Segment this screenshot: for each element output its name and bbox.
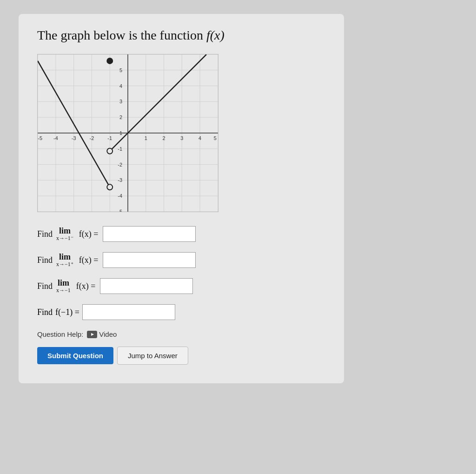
q1-answer-input[interactable]: [103, 226, 196, 242]
svg-text:5: 5: [214, 135, 217, 141]
q1-lim-word: lim: [59, 227, 71, 236]
svg-text:1: 1: [145, 135, 147, 141]
svg-text:-3: -3: [118, 177, 122, 183]
q1-limit-expr: lim x→−1⁻: [56, 227, 73, 242]
svg-text:-4: -4: [118, 193, 122, 199]
svg-text:1: 1: [119, 130, 122, 136]
video-label: Video: [99, 330, 117, 338]
graph-container: -4 -3 -2 -1 1 2 3 4 -5 5 5 4 3 2 1 -1 -2…: [37, 54, 218, 212]
q2-find: Find: [37, 255, 53, 265]
q2-lim-word: lim: [59, 253, 71, 262]
fn-eval-prefix: Find: [37, 307, 53, 317]
q3-find: Find: [37, 281, 53, 291]
question-3: Find lim x→−1 f(x) =: [37, 278, 325, 294]
q3-limit-expr: lim x→−1: [56, 279, 71, 294]
help-label: Question Help:: [37, 330, 83, 338]
svg-text:-2: -2: [90, 135, 94, 141]
q3-lim-sub: x→−1: [56, 287, 71, 294]
graph-svg: -4 -3 -2 -1 1 2 3 4 -5 5 5 4 3 2 1 -1 -2…: [38, 54, 218, 212]
svg-text:-4: -4: [53, 135, 58, 141]
question-2: Find lim x→−1⁺ f(x) =: [37, 252, 325, 268]
svg-text:2: 2: [119, 114, 122, 120]
svg-text:3: 3: [180, 135, 183, 141]
svg-point-47: [107, 184, 112, 190]
fn-eval-input[interactable]: [82, 304, 175, 320]
svg-text:-5: -5: [118, 209, 122, 212]
q3-fx: f(x) =: [76, 281, 96, 291]
q1-lim-sub: x→−1⁻: [56, 235, 73, 241]
question-1: Find lim x→−1⁻ f(x) =: [37, 226, 325, 242]
q2-fx: f(x) =: [79, 255, 99, 265]
svg-text:-1: -1: [118, 146, 122, 152]
q2-lim-sub: x→−1⁺: [56, 261, 73, 267]
video-icon: [87, 331, 97, 338]
jump-to-answer-button[interactable]: Jump to Answer: [117, 347, 188, 365]
fn-eval-expr: f(−1) =: [55, 307, 79, 317]
svg-text:4: 4: [198, 135, 201, 141]
svg-text:3: 3: [119, 99, 122, 104]
page-title: The graph below is the function f(x): [37, 28, 325, 43]
svg-point-48: [107, 148, 112, 154]
q2-answer-input[interactable]: [103, 252, 196, 268]
q3-answer-input[interactable]: [100, 278, 193, 294]
video-button[interactable]: Video: [87, 330, 117, 338]
q1-find: Find: [37, 229, 53, 239]
q2-limit-expr: lim x→−1⁺: [56, 253, 73, 268]
svg-text:-1: -1: [107, 135, 112, 141]
svg-text:-5: -5: [38, 135, 42, 141]
svg-text:5: 5: [119, 67, 122, 73]
svg-text:4: 4: [119, 83, 122, 89]
svg-point-49: [106, 58, 113, 64]
svg-text:-2: -2: [118, 162, 122, 167]
svg-text:2: 2: [163, 135, 165, 141]
buttons-row: Submit Question Jump to Answer: [37, 347, 325, 365]
submit-button[interactable]: Submit Question: [37, 347, 113, 364]
page-container: The graph below is the function f(x): [19, 14, 344, 383]
fn-eval-question: Find f(−1) =: [37, 304, 325, 320]
question-help: Question Help: Video: [37, 330, 325, 338]
svg-text:-3: -3: [72, 135, 76, 141]
q1-fx: f(x) =: [79, 229, 99, 239]
q3-lim-word: lim: [58, 279, 69, 288]
